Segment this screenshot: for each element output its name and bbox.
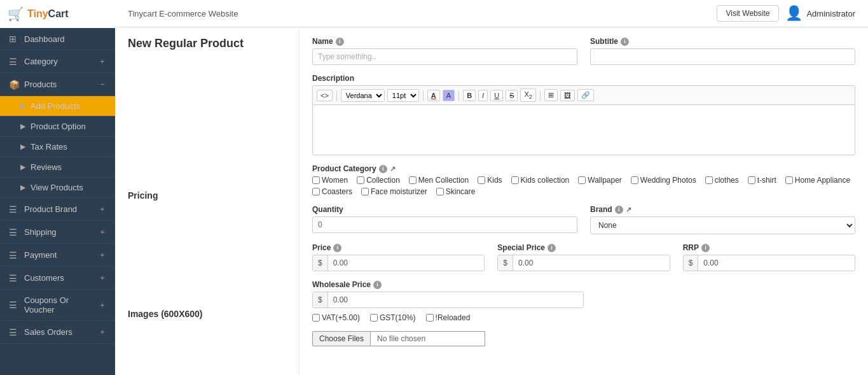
- category-wallpaper-checkbox[interactable]: [578, 176, 586, 184]
- category-men-collection[interactable]: Men Collection: [409, 176, 469, 185]
- font-size-select[interactable]: 11pt: [387, 89, 419, 102]
- sidebar-sub-label: Reviews: [31, 162, 62, 172]
- font-family-select[interactable]: Verdana: [341, 89, 385, 102]
- category-kids-collection-checkbox[interactable]: [511, 176, 519, 184]
- category-kids-checkbox[interactable]: [478, 176, 485, 184]
- sidebar-item-customers[interactable]: ☰ Customers ＋: [0, 267, 115, 290]
- sidebar-item-category[interactable]: ☰ Category ＋: [0, 50, 115, 73]
- wholesale-info-icon[interactable]: i: [373, 281, 382, 289]
- category-external-link-icon[interactable]: ↗: [390, 165, 396, 173]
- subscript-btn[interactable]: X2: [520, 88, 535, 102]
- table-btn[interactable]: ⊞: [544, 89, 558, 101]
- brand-external-link-icon[interactable]: ↗: [626, 206, 631, 214]
- category-kids[interactable]: Kids: [478, 176, 502, 185]
- payment-icon: ☰: [9, 250, 19, 260]
- category-clothes[interactable]: clothes: [705, 176, 739, 185]
- bold-btn[interactable]: B: [463, 90, 476, 101]
- tax-gst-checkbox[interactable]: [370, 314, 378, 322]
- sidebar-item-sales-orders[interactable]: ☰ Sales Orders ＋: [0, 321, 115, 344]
- sidebar-item-product-brand[interactable]: ☰ Product Brand ＋: [0, 198, 115, 221]
- sidebar-item-coupons[interactable]: ☰ Coupons Or Voucher ＋: [0, 290, 115, 321]
- special-price-input[interactable]: 0.00: [513, 255, 670, 271]
- subtitle-info-icon[interactable]: i: [621, 38, 629, 46]
- rrp-info-icon[interactable]: i: [701, 244, 710, 252]
- category-face-moisturizer[interactable]: Face moisturizer: [361, 187, 427, 196]
- sidebar-item-label: Shipping: [24, 227, 99, 237]
- font-color-btn[interactable]: A: [427, 90, 440, 101]
- category-tshirt-checkbox[interactable]: [748, 176, 755, 184]
- brand-info-icon[interactable]: i: [615, 206, 623, 214]
- quantity-label: Quantity: [312, 205, 577, 214]
- italic-btn[interactable]: I: [478, 90, 488, 101]
- image-btn[interactable]: 🖼: [560, 90, 575, 101]
- sidebar-sub-label: Add Products: [31, 101, 80, 111]
- category-kids-collection[interactable]: Kids collection: [511, 176, 570, 185]
- price-input-wrap: $ 0.00: [312, 255, 485, 271]
- sidebar-item-shipping[interactable]: ☰ Shipping ＋: [0, 221, 115, 244]
- subtitle-input[interactable]: [590, 48, 855, 65]
- rrp-group: RRP i $ 0.00: [683, 243, 855, 271]
- category-row-2: Coasters Face moisturizer Skincare: [312, 187, 855, 196]
- category-women-checkbox[interactable]: [312, 176, 320, 184]
- category-collection-checkbox[interactable]: [357, 176, 364, 184]
- category-collection[interactable]: Collection: [357, 176, 400, 185]
- choose-files-button[interactable]: Choose Files: [312, 331, 371, 346]
- sidebar-item-reviews[interactable]: ▶ Reviews: [0, 157, 115, 178]
- products-icon: 📦: [9, 80, 19, 90]
- plus-icon: ＋: [99, 56, 106, 67]
- shipping-icon: ☰: [9, 227, 19, 237]
- special-price-info-icon[interactable]: i: [548, 244, 556, 252]
- admin-avatar-icon: 👤: [785, 5, 803, 22]
- quantity-input[interactable]: 0: [312, 216, 577, 233]
- category-info-icon[interactable]: i: [379, 165, 387, 173]
- sidebar-item-product-option[interactable]: ▶ Product Option: [0, 117, 115, 137]
- category-wedding-checkbox[interactable]: [631, 176, 638, 184]
- underline-btn[interactable]: U: [490, 90, 503, 101]
- tax-gst[interactable]: GST(10%): [370, 313, 416, 322]
- category-skincare-checkbox[interactable]: [436, 188, 444, 195]
- wholesale-price-input[interactable]: 0.00: [328, 292, 583, 308]
- description-editor[interactable]: [312, 104, 855, 155]
- sidebar-item-products[interactable]: 📦 Products －: [0, 73, 115, 96]
- category-skincare[interactable]: Skincare: [436, 187, 476, 196]
- price-info-icon[interactable]: i: [333, 244, 341, 252]
- category-home-appliance-checkbox[interactable]: [785, 176, 793, 184]
- name-label: Name i: [312, 37, 577, 46]
- sidebar-item-dashboard[interactable]: ⊞ Dashboard: [0, 28, 115, 50]
- sidebar-item-add-products[interactable]: ▶ Add Products: [0, 96, 115, 117]
- category-home-appliance[interactable]: Home Appliance: [785, 176, 850, 185]
- sidebar-item-view-products[interactable]: ▶ View Products: [0, 178, 115, 198]
- category-coasters-checkbox[interactable]: [312, 188, 320, 195]
- category-coasters[interactable]: Coasters: [312, 187, 352, 196]
- sidebar-item-label: Sales Orders: [24, 327, 99, 337]
- customers-icon: ☰: [9, 273, 19, 283]
- category-men-checkbox[interactable]: [409, 176, 417, 184]
- wholesale-symbol: $: [313, 292, 328, 308]
- rrp-input[interactable]: 0.00: [698, 255, 855, 271]
- name-info-icon[interactable]: i: [336, 38, 344, 46]
- highlight-btn[interactable]: A: [443, 90, 455, 101]
- tax-vat-checkbox[interactable]: [312, 314, 320, 322]
- visit-website-button[interactable]: Visit Website: [717, 5, 780, 22]
- category-face-moisturizer-checkbox[interactable]: [361, 188, 369, 195]
- sidebar-item-payment[interactable]: ☰ Payment ＋: [0, 244, 115, 267]
- name-input[interactable]: [312, 48, 577, 65]
- price-input[interactable]: 0.00: [328, 255, 485, 271]
- tax-vat[interactable]: VAT(+5.00): [312, 313, 360, 322]
- category-tshirt[interactable]: t-shirt: [748, 176, 776, 185]
- sidebar-item-label: Product Brand: [24, 204, 99, 214]
- category-clothes-checkbox[interactable]: [705, 176, 713, 184]
- strike-btn[interactable]: S: [506, 90, 518, 101]
- tax-reloaded[interactable]: !Reloaded: [426, 313, 471, 322]
- sidebar-item-tax-rates[interactable]: ▶ Tax Rates: [0, 137, 115, 157]
- category-wedding-photos[interactable]: Wedding Photos: [631, 176, 696, 185]
- toolbar-separator: [423, 90, 424, 101]
- tax-reloaded-checkbox[interactable]: [426, 314, 434, 322]
- link-btn[interactable]: 🔗: [577, 89, 594, 101]
- page-area: New Regular Product Pricing Images (600X…: [115, 27, 868, 375]
- category-women[interactable]: Women: [312, 176, 348, 185]
- code-btn[interactable]: <>: [317, 90, 333, 101]
- category-wallpaper[interactable]: Wallpaper: [578, 176, 622, 185]
- sidebar-item-label: Customers: [24, 273, 99, 283]
- brand-select[interactable]: None Brand 1 Brand 2: [590, 216, 855, 234]
